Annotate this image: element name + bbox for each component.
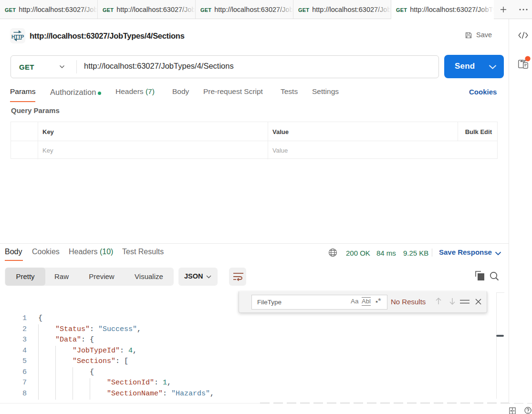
svg-text:HTTP: HTTP — [11, 34, 24, 40]
